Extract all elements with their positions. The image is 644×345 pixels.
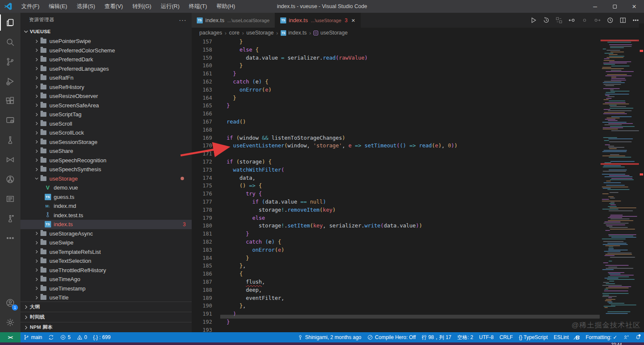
source-control-icon[interactable] bbox=[0, 52, 20, 72]
tree-item-useSpeechSynthesis[interactable]: useSpeechSynthesis bbox=[20, 165, 192, 174]
code-line-170[interactable]: 170 useEventListener(window, 'storage', … bbox=[192, 142, 601, 150]
tree-item-useResizeObserver[interactable]: useResizeObserver bbox=[20, 92, 192, 101]
status-item-icon[interactable]: ⁄B bbox=[572, 332, 583, 342]
tree-item-usePreferredColorScheme[interactable]: usePreferredColorScheme bbox=[20, 46, 192, 55]
panel-大纲[interactable]: 大纲 bbox=[20, 302, 192, 312]
code-line-177[interactable]: 177 if (data.value == null) bbox=[192, 198, 601, 206]
run-icon[interactable] bbox=[528, 15, 538, 26]
menu-item[interactable]: 文件(F) bbox=[17, 0, 44, 13]
code-line-187[interactable]: 187 flush, bbox=[192, 278, 601, 286]
code-line-163[interactable]: 163 onError(e) bbox=[192, 86, 601, 94]
code-line-162[interactable]: 162 catch (e) { bbox=[192, 78, 601, 86]
status-item-0[interactable]: 0 bbox=[74, 332, 90, 342]
code-line-182[interactable]: 182 catch (e) { bbox=[192, 238, 601, 246]
code-line-165[interactable]: 165 } bbox=[192, 102, 601, 110]
code-line-164[interactable]: 164 } bbox=[192, 94, 601, 102]
tree-item-useThrottledRefHistory[interactable]: useThrottledRefHistory bbox=[20, 266, 192, 275]
remote-indicator[interactable]: >< bbox=[0, 332, 20, 342]
restore-button[interactable] bbox=[605, 0, 624, 13]
code-line-189[interactable]: 189 eventFilter, bbox=[192, 294, 601, 302]
code-line-167[interactable]: 167 read() bbox=[192, 118, 601, 126]
tree-item-useSpeechRecognition[interactable]: useSpeechRecognition bbox=[20, 156, 192, 165]
status-item-Shinigami-2-months-a[interactable]: Shinigami, 2 months ago bbox=[294, 332, 364, 342]
search-icon[interactable] bbox=[0, 32, 20, 52]
extensions-icon[interactable] bbox=[0, 91, 20, 111]
tree-item-useTimeAgo[interactable]: useTimeAgo bbox=[20, 275, 192, 284]
status-item-icon[interactable] bbox=[45, 332, 57, 342]
tree-item-useScroll[interactable]: useScroll bbox=[20, 119, 192, 129]
menu-item[interactable]: 终端(T) bbox=[184, 0, 212, 13]
status-item-main[interactable]: main bbox=[20, 332, 45, 342]
tab-index.ts[interactable]: TSindex.ts...\useLocalStorage bbox=[192, 13, 275, 28]
code-line-158[interactable]: 158 else { bbox=[192, 46, 601, 54]
tree-item-guess.ts[interactable]: TSguess.ts bbox=[20, 193, 192, 202]
code-line-180[interactable]: 180 storage!.setItem(key, serializer.wri… bbox=[192, 222, 601, 230]
status-item--TypeScript[interactable]: {} TypeScript bbox=[516, 332, 551, 342]
code-line-185[interactable]: 185 }, bbox=[192, 262, 601, 270]
code-line-175[interactable]: 175 () => { bbox=[192, 182, 601, 190]
tree-item-usePreferredLanguages[interactable]: usePreferredLanguages bbox=[20, 64, 192, 74]
code-line-160[interactable]: 160 } bbox=[192, 62, 601, 70]
code-line-172[interactable]: 172 if (storage) { bbox=[192, 158, 601, 166]
remote-explorer-icon[interactable] bbox=[0, 111, 20, 130]
code-editor[interactable]: 157 }158 else {159 data.value = serializ… bbox=[192, 38, 601, 332]
menu-item[interactable]: 运行(R) bbox=[156, 0, 184, 13]
status-item--2[interactable]: 空格: 2 bbox=[454, 332, 476, 342]
status-item-CRLF[interactable]: CRLF bbox=[497, 332, 516, 342]
code-line-176[interactable]: 176 try { bbox=[192, 190, 601, 198]
code-line-186[interactable]: 186 { bbox=[192, 270, 601, 278]
tree-item-useRefHistory[interactable]: useRefHistory bbox=[20, 83, 192, 92]
panel-时间线[interactable]: 时间线 bbox=[20, 312, 192, 322]
minimap[interactable] bbox=[601, 23, 639, 332]
settings-icon[interactable] bbox=[0, 313, 20, 332]
status-item--98-17[interactable]: 行 98，列 17 bbox=[419, 332, 454, 342]
tree-item-usePreferredDark[interactable]: usePreferredDark bbox=[20, 55, 192, 64]
testing-icon[interactable] bbox=[0, 130, 20, 150]
code-line-174[interactable]: 174 data, bbox=[192, 174, 601, 182]
code-line-183[interactable]: 183 onError(e) bbox=[192, 246, 601, 254]
status-item-ESLint[interactable]: ESLint bbox=[551, 332, 572, 342]
tree-item-useScrollLock[interactable]: useScrollLock bbox=[20, 128, 192, 138]
code-line-157[interactable]: 157 } bbox=[192, 38, 601, 46]
code-line-192[interactable]: 192 } bbox=[192, 318, 601, 326]
code-line-168[interactable]: 168 bbox=[192, 126, 601, 134]
code-line-181[interactable]: 181 } bbox=[192, 230, 601, 238]
tree-item-useTextSelection[interactable]: useTextSelection bbox=[20, 256, 192, 266]
circle-icon[interactable] bbox=[579, 15, 589, 26]
test-flask-icon[interactable] bbox=[0, 209, 20, 228]
tree-item-demo.vue[interactable]: Vdemo.vue bbox=[20, 183, 192, 193]
code-line-190[interactable]: 190 }, bbox=[192, 302, 601, 310]
status-item--699[interactable]: {.} : 699 bbox=[90, 332, 113, 342]
menu-item[interactable]: 转到(G) bbox=[128, 0, 156, 13]
code-line-166[interactable]: 166 bbox=[192, 110, 601, 118]
close-tab-icon[interactable]: × bbox=[351, 17, 355, 23]
status-item-5[interactable]: 5 bbox=[57, 332, 74, 342]
breadcrumb-item-packages[interactable]: packages bbox=[199, 30, 222, 36]
panel-NPM 脚本[interactable]: NPM 脚本 bbox=[20, 322, 192, 332]
code-line-184[interactable]: 184 } bbox=[192, 254, 601, 262]
menu-item[interactable]: 选择(S) bbox=[72, 0, 100, 13]
code-line-188[interactable]: 188 deep, bbox=[192, 286, 601, 294]
section-vueuse[interactable]: VUEUSE bbox=[20, 26, 192, 37]
menu-item[interactable]: 编辑(E) bbox=[44, 0, 72, 13]
status-item-Compile-Hero-Off[interactable]: Compile Hero: Off bbox=[364, 332, 419, 342]
vertical-scrollbar[interactable] bbox=[639, 23, 644, 332]
tree-item-useScreenSafeArea[interactable]: useScreenSafeArea bbox=[20, 101, 192, 110]
status-item-icon[interactable] bbox=[620, 332, 632, 342]
breadcrumb-item-index.ts[interactable]: TSindex.ts bbox=[281, 30, 307, 36]
tree-item-useTitle[interactable]: useTitle bbox=[20, 293, 192, 302]
code-line-161[interactable]: 161 } bbox=[192, 70, 601, 78]
tree-item-useTimestamp[interactable]: useTimestamp bbox=[20, 284, 192, 293]
code-line-171[interactable]: 171 bbox=[192, 150, 601, 158]
tree-item-index.ts[interactable]: TSindex.ts3 bbox=[20, 220, 192, 229]
account-icon[interactable]: 1 bbox=[0, 293, 20, 313]
tab-index.ts-active[interactable]: TSindex.ts...\useStorage3× bbox=[275, 13, 361, 28]
status-item-Formatting-[interactable]: Formatting: ✓ bbox=[583, 332, 620, 342]
tree-item-useShare[interactable]: useShare bbox=[20, 147, 192, 156]
menu-item[interactable]: 查看(V) bbox=[100, 0, 127, 13]
breadcrumb-item-useStorage[interactable]: useStorage bbox=[313, 30, 348, 36]
code-line-173[interactable]: 173 watchWithFilter( bbox=[192, 166, 601, 174]
menu-item[interactable]: 帮助(H) bbox=[212, 0, 240, 13]
tree-item-useRafFn[interactable]: useRafFn bbox=[20, 73, 192, 83]
tree-item-index.test.ts[interactable]: index.test.ts bbox=[20, 211, 192, 220]
